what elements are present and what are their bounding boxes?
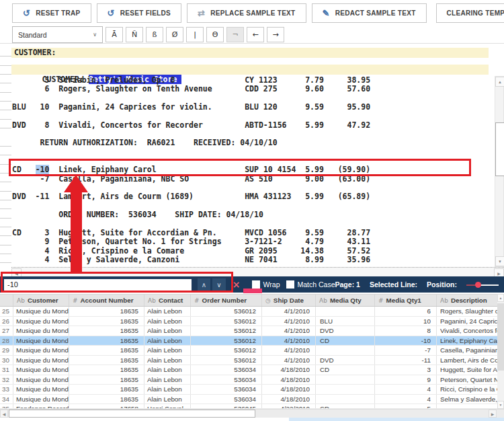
slider-handle[interactable] bbox=[475, 282, 481, 288]
order-number-cell[interactable]: 536012 bbox=[191, 336, 262, 346]
pattern-char-button[interactable]: → bbox=[267, 27, 284, 42]
media-qty-cell[interactable] bbox=[316, 375, 375, 385]
ship-date-cell[interactable]: 4/1/2010 bbox=[262, 317, 316, 326]
find-input[interactable] bbox=[4, 279, 192, 291]
order-number-cell[interactable]: 536012 bbox=[191, 317, 262, 326]
description-cell[interactable]: Ricci, Crispino e la Co... bbox=[437, 385, 497, 394]
media-qty1-cell[interactable]: 10 bbox=[375, 317, 437, 326]
account-number-cell[interactable]: 17658 bbox=[69, 404, 144, 408]
pattern-char-button[interactable]: Ø bbox=[166, 27, 183, 42]
contact-cell[interactable]: Alain Lebon bbox=[144, 346, 191, 355]
table-row[interactable]: 32 Musique du Monde 18635 Alain Lebon 53… bbox=[0, 375, 497, 385]
table-row[interactable]: 31 Musique du Monde 18635 Alain Lebon 53… bbox=[0, 365, 497, 375]
toolbar-button[interactable]: ↺ RESET FIELDS bbox=[97, 3, 181, 23]
table-row[interactable]: 29 Musique du Monde 18635 Alain Lebon 53… bbox=[0, 346, 497, 356]
column-header[interactable]: # Account Number bbox=[69, 295, 144, 306]
media-qty-cell[interactable] bbox=[316, 307, 375, 316]
ship-date-cell[interactable]: 4/18/2010 bbox=[262, 375, 316, 385]
order-number-cell[interactable]: 536045 bbox=[191, 404, 262, 408]
clear-search-button[interactable]: × bbox=[233, 280, 241, 289]
scrollbar-thumb[interactable] bbox=[495, 122, 504, 176]
text-vertical-scrollbar[interactable]: ▲ ▼ bbox=[495, 76, 504, 267]
order-number-cell[interactable]: 536012 bbox=[191, 326, 262, 336]
pattern-char-button[interactable]: | bbox=[186, 27, 204, 42]
panel-splitter-handle[interactable] bbox=[243, 289, 262, 293]
media-qty1-cell[interactable]: -10 bbox=[375, 336, 437, 346]
grid-vertical-scrollbar[interactable]: ▲ ▼ bbox=[497, 294, 504, 409]
scroll-right-icon[interactable]: ▶ bbox=[489, 410, 497, 418]
customer-cell[interactable]: Musique du Monde bbox=[13, 385, 69, 394]
customer-cell[interactable]: Fandango Records bbox=[13, 404, 69, 408]
text-horizontal-scrollbar[interactable]: ◀ ▶ bbox=[11, 267, 504, 276]
scroll-up-icon[interactable]: ▲ bbox=[495, 77, 504, 87]
description-cell[interactable] bbox=[437, 404, 497, 408]
order-number-cell[interactable]: 536034 bbox=[191, 375, 262, 385]
ship-date-cell[interactable]: 4/18/2010 bbox=[262, 385, 316, 394]
account-number-cell[interactable]: 18635 bbox=[69, 395, 144, 404]
contact-cell[interactable]: Alain Lebon bbox=[144, 385, 191, 394]
order-number-cell[interactable]: 536034 bbox=[191, 395, 262, 404]
ship-date-cell[interactable]: 4/1/2010 bbox=[262, 336, 316, 346]
scroll-left-icon[interactable]: ◀ bbox=[0, 410, 8, 418]
report-lines[interactable]: 5 Scriabin, Preludes, Op. 8 CY 1123 7.79… bbox=[12, 75, 489, 264]
media-qty-cell[interactable] bbox=[316, 395, 375, 404]
order-number-cell[interactable]: 536012 bbox=[191, 307, 262, 316]
customer-cell[interactable]: Musique du Monde bbox=[13, 317, 69, 326]
clearing-template-button[interactable]: CLEARING TEMPLATE ∨ bbox=[436, 3, 504, 23]
description-cell[interactable]: Selma y Salaverde, C... bbox=[437, 395, 497, 404]
column-header[interactable]: Ab Media Qty bbox=[316, 295, 375, 306]
order-number-cell[interactable]: 536012 bbox=[191, 356, 262, 365]
ship-date-cell[interactable]: 4/1/2010 bbox=[262, 346, 316, 355]
wrap-checkbox[interactable] bbox=[252, 280, 260, 289]
order-number-cell[interactable]: 536034 bbox=[191, 385, 262, 394]
scroll-down-icon[interactable]: ▼ bbox=[497, 401, 504, 409]
column-header[interactable]: Ab Description bbox=[437, 295, 497, 306]
toolbar-button[interactable]: ⇄ REPLACE SAMPLE TEXT bbox=[187, 3, 306, 23]
contact-cell[interactable]: Alain Lebon bbox=[144, 375, 191, 385]
media-qty1-cell[interactable]: 4 bbox=[375, 395, 437, 404]
description-cell[interactable]: Paganini, 24 Caprices... bbox=[437, 317, 497, 326]
ship-date-cell[interactable]: 4/1/2010 bbox=[262, 307, 316, 316]
contact-cell[interactable]: Henri Serval bbox=[144, 404, 191, 408]
customer-cell[interactable]: Musique du Monde bbox=[13, 356, 69, 365]
description-cell[interactable]: Huggett, Suite for Ac... bbox=[437, 365, 497, 375]
customer-cell[interactable]: Musique du Monde bbox=[13, 365, 69, 375]
find-previous-button[interactable]: ∧ bbox=[198, 278, 211, 291]
table-row[interactable]: 30 Musique du Monde 18635 Alain Lebon 53… bbox=[0, 356, 497, 366]
grid-horizontal-scrollbar[interactable]: ◀ ▶ bbox=[0, 409, 504, 418]
pattern-char-button[interactable]: ¬ bbox=[226, 27, 244, 42]
account-number-cell[interactable]: 18635 bbox=[69, 365, 144, 375]
find-next-button[interactable]: ∨ bbox=[212, 278, 226, 291]
description-cell[interactable]: Rogers, Slaughter on... bbox=[437, 307, 497, 316]
match-case-checkbox[interactable] bbox=[286, 280, 294, 289]
customer-cell[interactable]: Musique du Monde bbox=[13, 346, 69, 355]
media-qty-cell[interactable] bbox=[316, 385, 375, 394]
contact-cell[interactable]: Alain Lebon bbox=[144, 317, 191, 326]
media-qty-cell[interactable]: CD bbox=[316, 336, 375, 346]
table-row[interactable]: 34 Musique du Monde 18635 Alain Lebon 53… bbox=[0, 395, 497, 405]
description-cell[interactable]: Peterson, Quartet No... bbox=[437, 375, 497, 385]
table-row[interactable]: 28 Musique du Monde 18635 Alain Lebon 53… bbox=[0, 336, 497, 346]
position-slider[interactable] bbox=[466, 282, 499, 288]
account-number-cell[interactable]: 18635 bbox=[69, 326, 144, 336]
media-qty1-cell[interactable]: 6 bbox=[375, 307, 437, 316]
account-number-cell[interactable]: 18635 bbox=[69, 385, 144, 394]
order-number-cell[interactable]: 536034 bbox=[191, 365, 262, 375]
column-header[interactable]: Ab Contact bbox=[144, 295, 191, 306]
account-number-cell[interactable]: 18635 bbox=[69, 346, 144, 355]
description-cell[interactable]: Vivaldi, Concertos for... bbox=[437, 326, 497, 336]
ship-date-cell[interactable]: 4/1/2010 bbox=[262, 326, 316, 336]
contact-cell[interactable]: Alain Lebon bbox=[144, 395, 191, 404]
trap-highlight-band[interactable]: CUSTOMER: bbox=[11, 48, 489, 58]
scrollbar-thumb[interactable] bbox=[497, 303, 504, 371]
media-qty1-cell[interactable]: 4 bbox=[375, 385, 437, 394]
media-qty1-cell[interactable]: 9 bbox=[375, 375, 437, 385]
order-number-cell[interactable]: 536012 bbox=[191, 346, 262, 355]
report-text-area[interactable]: CUSTOMER: CUSTOMER: Betty's Music Store … bbox=[0, 43, 504, 277]
scroll-down-icon[interactable]: ▼ bbox=[495, 256, 504, 266]
media-qty1-cell[interactable]: 8 bbox=[375, 326, 437, 336]
column-header[interactable]: # Media Qty1 bbox=[375, 295, 437, 306]
table-row[interactable]: 27 Musique du Monde 18635 Alain Lebon 53… bbox=[0, 326, 497, 336]
pattern-char-button[interactable]: Ā bbox=[106, 27, 123, 42]
contact-cell[interactable]: Alain Lebon bbox=[144, 336, 191, 346]
